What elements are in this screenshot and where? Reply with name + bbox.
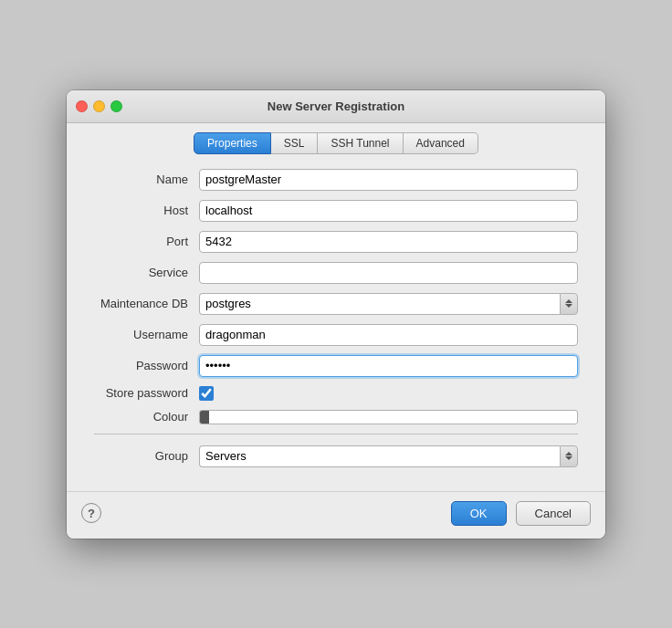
maintenance-db-wrapper (199, 293, 578, 315)
divider (94, 434, 578, 434)
store-password-checkbox-wrapper (199, 386, 214, 401)
store-password-label: Store password (94, 386, 199, 400)
title-bar: New Server Registration (67, 90, 605, 123)
cancel-button[interactable]: Cancel (516, 501, 591, 526)
footer-buttons: OK Cancel (451, 501, 591, 526)
stepper-up-icon (565, 299, 572, 303)
group-row: Group (94, 445, 578, 467)
group-stepper-up-icon (565, 452, 572, 455)
minimize-button[interactable] (93, 100, 105, 112)
group-input[interactable] (199, 445, 560, 467)
port-label: Port (94, 235, 199, 248)
host-label: Host (94, 204, 199, 217)
window-title: New Server Registration (268, 99, 404, 113)
service-label: Service (94, 266, 199, 279)
maintenance-db-row: Maintenance DB (94, 293, 578, 315)
service-row: Service (94, 262, 578, 284)
group-stepper[interactable] (560, 445, 578, 467)
username-input[interactable] (199, 324, 578, 346)
password-label: Password (94, 359, 199, 372)
footer: ? OK Cancel (67, 491, 605, 539)
maximize-button[interactable] (110, 100, 122, 112)
maintenance-db-label: Maintenance DB (94, 297, 199, 310)
colour-bar[interactable] (199, 410, 578, 424)
ok-button[interactable]: OK (451, 501, 507, 526)
colour-label: Colour (94, 410, 199, 424)
password-input[interactable] (199, 355, 578, 377)
name-input[interactable] (199, 169, 578, 191)
service-input[interactable] (199, 262, 578, 284)
group-wrapper (199, 445, 578, 467)
colour-row: Colour (94, 410, 578, 424)
traffic-lights (76, 100, 122, 112)
name-row: Name (94, 169, 578, 191)
main-window: New Server Registration Properties SSL S… (67, 90, 605, 539)
group-stepper-down-icon (565, 456, 572, 460)
username-row: Username (94, 324, 578, 346)
tab-ssh-tunnel[interactable]: SSH Tunnel (318, 132, 403, 154)
password-row: Password (94, 355, 578, 377)
store-password-checkbox[interactable] (199, 386, 214, 401)
maintenance-db-input[interactable] (199, 293, 560, 315)
group-label: Group (94, 449, 199, 463)
help-button[interactable]: ? (81, 503, 101, 523)
name-label: Name (94, 173, 199, 186)
tab-advanced[interactable]: Advanced (404, 132, 478, 154)
colour-bar-inner (200, 411, 209, 424)
colour-bar-wrapper (199, 410, 578, 424)
port-input[interactable] (199, 231, 578, 253)
close-button[interactable] (76, 100, 88, 112)
tab-ssl[interactable]: SSL (271, 132, 319, 154)
stepper-down-icon (565, 304, 572, 308)
username-label: Username (94, 328, 199, 341)
port-row: Port (94, 231, 578, 253)
host-input[interactable] (199, 200, 578, 222)
form-area: Name Host Port Service Maintenance DB (67, 162, 605, 491)
store-password-row: Store password (94, 386, 578, 401)
tab-properties[interactable]: Properties (194, 132, 271, 154)
tab-bar: Properties SSL SSH Tunnel Advanced (67, 123, 605, 162)
host-row: Host (94, 200, 578, 222)
maintenance-db-stepper[interactable] (560, 293, 578, 315)
